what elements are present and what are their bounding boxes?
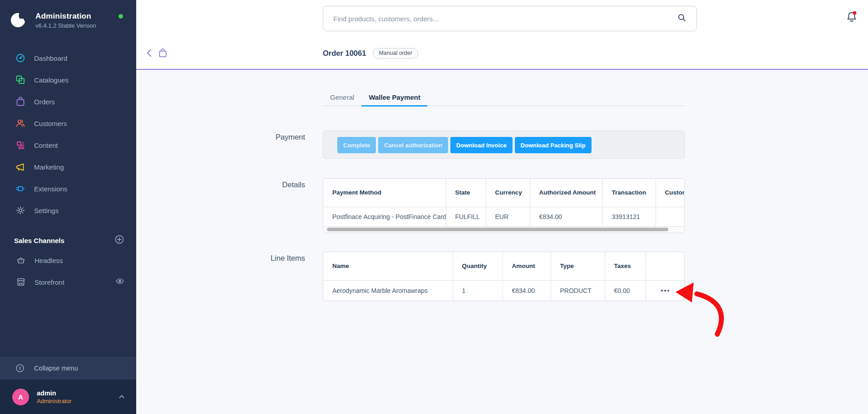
order-detail-content: General Wallee Payment Payment Complete … xyxy=(136,70,868,413)
content-icon xyxy=(15,140,25,150)
order-module-bag-icon xyxy=(158,48,168,60)
currency-cell: EUR xyxy=(486,207,530,226)
payment-actions-card: Complete Cancel authorization Download I… xyxy=(323,131,685,159)
catalogues-icon xyxy=(15,75,25,85)
marketing-icon xyxy=(15,162,25,172)
sidebar: Administration v6.4.1.2 Stable Version D… xyxy=(0,0,136,414)
item-amount-cell: €834.00 xyxy=(503,280,551,301)
item-type-cell: PRODUCT xyxy=(551,280,605,301)
column-header: Authorized Amount xyxy=(530,179,602,207)
shopware-logo-icon xyxy=(10,12,27,29)
smartbar: Order 10061 Manual order xyxy=(136,37,868,70)
main-area: Order 10061 Manual order General Wallee … xyxy=(136,0,868,414)
sales-channels-header: Sales Channels xyxy=(0,231,136,249)
payment-details-table: Payment Method State Currency Authorized… xyxy=(323,178,685,233)
download-invoice-button[interactable]: Download Invoice xyxy=(450,137,513,153)
status-dot xyxy=(118,14,123,19)
app-version: v6.4.1.2 Stable Version xyxy=(35,22,125,29)
back-chevron-icon[interactable] xyxy=(145,49,153,59)
collapse-chevron-icon xyxy=(15,364,25,373)
sidebar-item-customers[interactable]: Customers xyxy=(0,112,136,134)
user-role: Administrator xyxy=(37,398,72,404)
column-header: Name xyxy=(323,252,453,280)
details-section-label: Details xyxy=(136,180,305,189)
extensions-icon xyxy=(15,184,25,194)
manual-order-badge: Manual order xyxy=(373,48,418,58)
complete-button[interactable]: Complete xyxy=(337,137,376,153)
sidebar-item-orders[interactable]: Orders xyxy=(0,91,136,112)
column-header xyxy=(646,252,684,280)
sidebar-item-extensions[interactable]: Extensions xyxy=(0,178,136,200)
storefront-visibility-eye-icon[interactable] xyxy=(115,277,124,287)
search-input[interactable] xyxy=(333,15,677,23)
user-menu[interactable]: A admin Administrator xyxy=(0,380,136,414)
context-menu-button[interactable] xyxy=(659,287,671,294)
sidebar-item-marketing[interactable]: Marketing xyxy=(0,156,136,178)
storefront-icon xyxy=(16,278,25,287)
customers-icon xyxy=(15,118,25,128)
payment-section-label: Payment xyxy=(136,133,305,141)
avatar: A xyxy=(12,389,29,405)
line-items-section-label: Line Items xyxy=(136,254,305,263)
column-header: Custom xyxy=(656,179,684,207)
page-title: Order 10061 xyxy=(323,49,366,58)
user-name: admin xyxy=(37,390,72,397)
item-name-cell: Aerodynamic Marble Aromawraps xyxy=(323,280,453,301)
column-header: Payment Method xyxy=(323,179,446,207)
customer-cell xyxy=(656,207,684,226)
horizontal-scrollbar xyxy=(323,227,684,233)
app-title: Administration xyxy=(35,12,125,21)
tab-general[interactable]: General xyxy=(323,90,361,106)
sidebar-item-headless[interactable]: Headless xyxy=(0,249,136,271)
cancel-authorization-button[interactable]: Cancel authorization xyxy=(378,137,448,153)
column-header: Currency xyxy=(486,179,530,207)
column-header: Transaction xyxy=(602,179,656,207)
table-header-row: Payment Method State Currency Authorized… xyxy=(323,179,684,207)
search-icon[interactable] xyxy=(677,13,686,24)
add-sales-channel-button[interactable] xyxy=(114,234,124,246)
sidebar-item-settings[interactable]: Settings xyxy=(0,200,136,221)
item-quantity-cell: 1 xyxy=(453,280,503,301)
topbar xyxy=(136,0,868,37)
basket-icon xyxy=(16,256,25,265)
transaction-cell: 33913121 xyxy=(602,207,656,226)
item-taxes-cell: €0.00 xyxy=(605,280,646,301)
download-packing-slip-button[interactable]: Download Packing Slip xyxy=(515,137,592,153)
column-header: State xyxy=(446,179,486,207)
table-header-row: Name Quantity Amount Type Taxes xyxy=(323,252,684,280)
collapse-menu-button[interactable]: Collapse menu xyxy=(0,357,136,380)
global-search[interactable] xyxy=(323,6,697,31)
orders-icon xyxy=(15,97,25,107)
notifications-bell-icon[interactable] xyxy=(845,10,859,25)
state-cell: FULFILL xyxy=(446,207,486,226)
tab-bar: General Wallee Payment xyxy=(323,90,685,106)
settings-gear-icon xyxy=(15,205,25,215)
column-header: Quantity xyxy=(453,252,503,280)
payment-method-cell: Postfinace Acquiring - PostFinance Card xyxy=(323,207,446,226)
sidebar-item-storefront[interactable]: Storefront xyxy=(0,271,136,293)
sidebar-header: Administration v6.4.1.2 Stable Version xyxy=(0,0,136,44)
column-header: Taxes xyxy=(605,252,646,280)
line-items-table: Name Quantity Amount Type Taxes Aerodyna… xyxy=(323,252,685,301)
sidebar-item-dashboard[interactable]: Dashboard xyxy=(0,47,136,69)
column-header: Amount xyxy=(503,252,551,280)
tab-wallee-payment[interactable]: Wallee Payment xyxy=(361,90,428,106)
table-row: Postfinace Acquiring - PostFinance Card … xyxy=(323,207,684,226)
table-row: Aerodynamic Marble Aromawraps 1 €834.00 … xyxy=(323,280,684,301)
authorized-amount-cell: €834.00 xyxy=(530,207,602,226)
sidebar-item-content[interactable]: Content xyxy=(0,134,136,156)
chevron-up-icon[interactable] xyxy=(118,393,125,402)
scrollbar-thumb[interactable] xyxy=(327,228,668,231)
sidebar-item-catalogues[interactable]: Catalogues xyxy=(0,69,136,91)
column-header: Type xyxy=(551,252,605,280)
main-nav: Dashboard Catalogues Orders Custo xyxy=(0,47,136,221)
dashboard-icon xyxy=(15,53,25,63)
